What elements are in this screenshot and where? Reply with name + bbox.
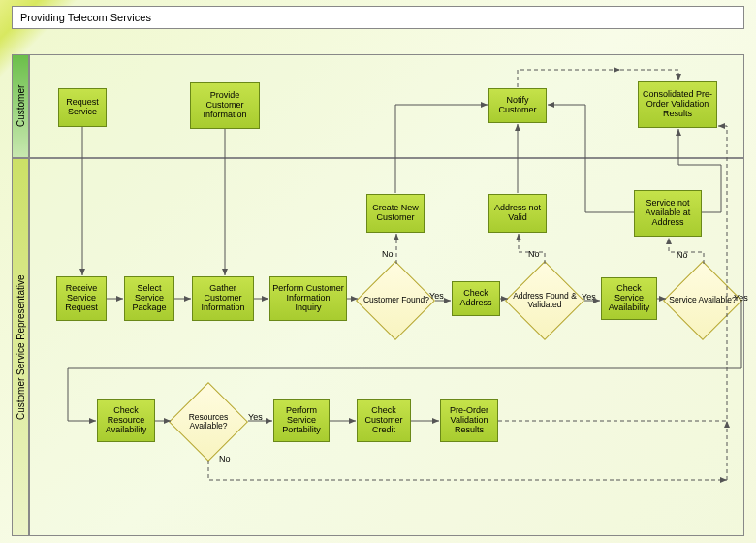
node-create-new: Create New Customer [366,194,425,233]
node-notify-customer: Notify Customer [488,88,547,123]
node-select-package: Select Service Package [124,276,174,321]
node-check-credit: Check Customer Credit [357,399,411,442]
node-check-service-avail: Check Service Availability [601,277,657,320]
node-perform-portability: Perform Service Portability [273,399,330,442]
label-no-1: No [382,249,394,259]
node-request-service: Request Service [58,88,107,127]
node-provide-cust-info: Provide Customer Information [190,82,260,129]
label-yes-3: Yes [734,293,748,303]
label-no-4: No [219,454,231,463]
label-no-2: No [528,249,540,259]
label-no-3: No [677,250,688,260]
node-gather-info: Gather Customer Information [192,276,254,321]
node-check-resource: Check Resource Availability [97,399,155,442]
lane-csr-label: Customer Service Representative [12,158,29,536]
node-check-address: Check Address [452,281,500,316]
lane-customer-label: Customer [12,54,29,158]
node-preorder-results: Pre-Order Validation Results [440,399,498,442]
node-address-not-valid: Address not Valid [488,194,547,233]
node-receive-service: Receive Service Request [56,276,107,321]
label-yes-2: Yes [582,292,596,302]
diagram-title: Providing Telecom Services [12,6,744,29]
node-perform-inquiry: Perform Customer Information Inquiry [269,276,347,321]
label-yes-1: Yes [429,291,444,301]
node-consolidated-results: Consolidated Pre-Order Validation Result… [638,81,717,128]
label-yes-4: Yes [248,412,263,422]
node-service-not-avail: Service not Available at Address [634,190,702,237]
